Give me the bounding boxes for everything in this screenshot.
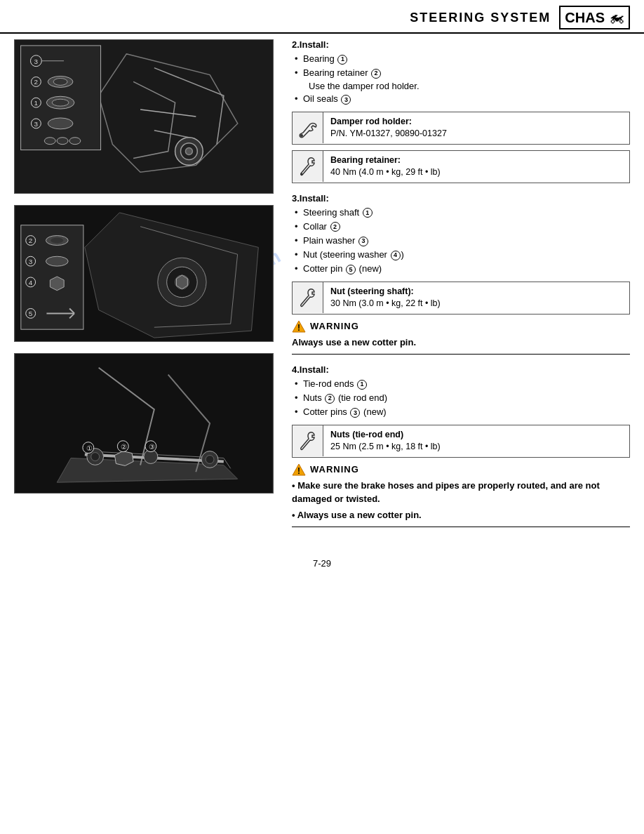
svg-text:1: 1 [34,99,38,107]
svg-point-18 [48,118,73,129]
warning-triangle-icon: ! [292,320,306,333]
nut-steering-text: Nut (steering shaft): 30 Nm (3.0 m • kg,… [323,282,448,314]
svg-text:!: ! [297,323,300,333]
svg-text:5: 5 [29,310,33,317]
bearing-retainer-value: 40 Nm (4.0 m • kg, 29 ft • lb) [330,167,441,177]
svg-marker-26 [177,275,188,289]
svg-text:①: ① [86,444,93,452]
svg-text:2: 2 [34,78,38,86]
t-num2: 2 [325,394,335,404]
nut-steering-icon [293,282,323,313]
section2-item1: Bearing 1 [295,53,630,65]
svg-text:2: 2 [29,237,33,244]
section3-item3: Plain washer 3 [295,234,630,247]
num3: 3 [341,95,351,105]
svg-point-46 [91,453,100,461]
wrench-icon [297,156,318,177]
svg-text:②: ② [121,443,127,451]
instructions-column: 2.Install: Bearing 1 Bearing retainer 2 … [292,39,630,537]
svg-point-15 [52,99,69,106]
motorcycle-icon: 🏍 [609,8,624,27]
svg-point-19 [44,138,55,145]
section2-item3: Oil seals 3 [295,93,630,105]
nuts-tierod-info-box: Nuts (tie-rod end) 25 Nm (2.5 m • kg, 18… [292,425,630,458]
svg-point-20 [57,138,68,145]
section4-header: 4.Install: [292,364,630,375]
chas-text: CHAS [565,10,605,26]
svg-point-3 [185,148,192,155]
svg-text:3: 3 [29,258,33,265]
damper-rod-text: Damper rod holder: P/N. YM-01327, 90890-… [323,112,454,144]
section3-item2: Collar 2 [295,220,630,233]
warning1-text: Always use a new cotter pin. [292,336,630,350]
s-num5: 5 [346,265,356,274]
diagram-bot: ① ② ③ [14,353,274,494]
nut-steering-label: Nut (steering shaft): [330,286,414,296]
section-4: 4.Install: Tie-rod ends 1 Nuts 2 (tie ro… [292,364,630,527]
s-num2: 2 [330,222,340,232]
damper-icon [293,112,323,143]
nuts-tierod-value: 25 Nm (2.5 m • kg, 18 ft • lb) [330,442,441,451]
nut-steering-value: 30 Nm (3.0 m • kg, 22 ft • lb) [330,298,441,308]
warning-icon: ! [292,320,306,333]
t-num3: 3 [350,408,360,418]
svg-point-57 [300,134,303,137]
diagrams-column: 3 2 1 3 [14,39,281,537]
t-num1: 1 [357,380,367,390]
section-2: 2.Install: Bearing 1 Bearing retainer 2 … [292,39,630,183]
warning1-content: Always use a new cotter pin. [292,336,630,350]
warning2-header: ! WARNING [292,463,630,476]
svg-point-31 [51,238,63,244]
section4-list: Tie-rod ends 1 Nuts 2 (tie rod end) Cott… [292,378,630,419]
section3-header: 3.Install: [292,193,630,204]
warning2-item1: • Make sure the brake hoses and pipes ar… [292,479,630,506]
s-num4: 4 [391,251,401,260]
warning-1: ! WARNING Always use a new cotter pin. [292,320,630,355]
diagram-mid: 2 3 4 5 [14,205,274,342]
nut-steering-info-box: Nut (steering shaft): 30 Nm (3.0 m • kg,… [292,282,630,315]
bearing-retainer-label: Bearing retainer: [330,155,401,165]
page-number: 7-29 [0,558,644,569]
svg-point-58 [300,173,302,176]
bearing-retainer-text: Bearing retainer: 40 Nm (4.0 m • kg, 29 … [323,151,448,183]
warning-2: ! WARNING • Make sure the brake hoses an… [292,463,630,528]
svg-text:4: 4 [29,279,33,286]
svg-point-11 [53,79,67,86]
section4-item2: Nuts 2 (tie rod end) [295,392,630,404]
nuts-tierod-icon [293,425,323,456]
section3-item1: Steering shaft 1 [295,206,630,219]
svg-marker-37 [50,277,64,291]
svg-text:!: ! [297,466,300,476]
damper-note: Use the damper rod holder. [292,81,630,91]
damper-rod-info-box: Damper rod holder: P/N. YM-01327, 90890-… [292,112,630,145]
warning2-triangle-icon: ! [292,463,306,476]
section4-item1: Tie-rod ends 1 [295,378,630,390]
nuts-tierod-label: Nuts (tie-rod end) [330,430,403,439]
bearing-retainer-icon [293,151,323,182]
warning2-label: WARNING [310,464,359,475]
warning1-label: WARNING [310,321,359,331]
section3-list: Steering shaft 1 Collar 2 Plain washer 3… [292,206,630,276]
section2-item2: Bearing retainer 2 [295,67,630,79]
s-num1: 1 [363,208,373,218]
section2-list: Bearing 1 Bearing retainer 2 [292,53,630,79]
damper-rod-label: Damper rod holder: [330,117,412,126]
svg-text:3: 3 [34,58,38,65]
section2-header: 2.Install: [292,39,630,50]
warning2-icon: ! [292,463,306,476]
svg-text:③: ③ [149,443,155,451]
svg-text:3: 3 [34,120,38,128]
num1: 1 [337,55,347,65]
section4-item3: Cotter pins 3 (new) [295,406,630,418]
bearing-retainer-info-box: Bearing retainer: 40 Nm (4.0 m • kg, 29 … [292,150,630,183]
svg-point-50 [206,456,214,464]
warning2-item2: • Always use a new cotter pin. [292,508,630,522]
damper-rod-value: P/N. YM-01327, 90890-01327 [330,128,447,138]
warning2-content: • Make sure the brake hoses and pipes ar… [292,479,630,522]
diagram-top: 3 2 1 3 [14,39,274,194]
warning1-header: ! WARNING [292,320,630,333]
chas-badge: CHAS 🏍 [559,6,630,29]
page-header: STEERING SYSTEM CHAS 🏍 [0,0,644,34]
num2: 2 [371,69,381,79]
s-num3: 3 [358,237,368,246]
